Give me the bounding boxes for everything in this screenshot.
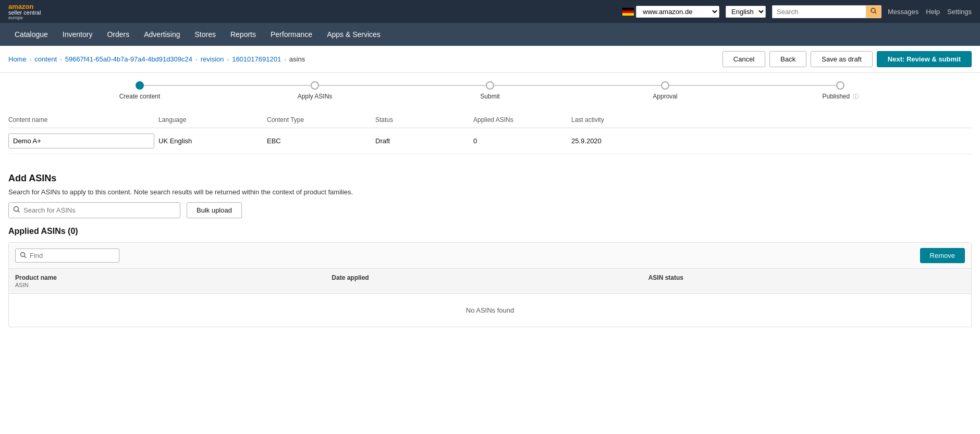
breadcrumb-sep-3: › bbox=[227, 56, 229, 63]
applied-asins-title: Applied ASINs (0) bbox=[8, 227, 972, 236]
top-links: Messages Help Settings bbox=[888, 8, 972, 16]
step-approval: Approval bbox=[578, 81, 753, 100]
add-asins-title: Add ASINs bbox=[8, 173, 972, 184]
content-applied-asins: 0 bbox=[473, 137, 567, 145]
bulk-upload-button[interactable]: Bulk upload bbox=[187, 202, 242, 218]
back-button[interactable]: Back bbox=[769, 51, 806, 67]
logo-area: amazon seller central europe bbox=[8, 3, 41, 20]
svg-point-0 bbox=[871, 8, 875, 13]
logo-seller-text: seller central bbox=[8, 10, 41, 16]
breadcrumb-current: asins bbox=[289, 55, 305, 63]
breadcrumb-revision[interactable]: revision bbox=[201, 55, 224, 63]
breadcrumb-sep-1: › bbox=[60, 56, 62, 63]
breadcrumb-sep-4: › bbox=[284, 56, 286, 63]
content-language: UK English bbox=[158, 137, 263, 145]
step-published: Published ⓘ bbox=[753, 81, 928, 101]
content-table-row: UK English EBC Draft 0 25.9.2020 bbox=[8, 128, 972, 154]
asin-search-row: Bulk upload bbox=[8, 202, 972, 218]
logo-amazon-text: amazon bbox=[8, 3, 41, 10]
col-header-status: Status bbox=[375, 116, 469, 123]
svg-point-4 bbox=[21, 252, 25, 256]
nav-apps-services[interactable]: Apps & Services bbox=[321, 25, 387, 44]
top-bar: amazon seller central europe www.amazon.… bbox=[0, 0, 980, 23]
next-button[interactable]: Next: Review & submit bbox=[877, 51, 972, 67]
content-type: EBC bbox=[267, 137, 371, 145]
svg-point-2 bbox=[14, 207, 19, 212]
nav-catalogue[interactable]: Catalogue bbox=[8, 25, 54, 44]
help-link[interactable]: Help bbox=[926, 8, 940, 16]
nav-reports[interactable]: Reports bbox=[224, 25, 262, 44]
amazon-logo: amazon seller central europe bbox=[8, 3, 41, 20]
step-label-1: Create content bbox=[119, 93, 161, 100]
search-input[interactable] bbox=[772, 5, 866, 18]
nav-performance[interactable]: Performance bbox=[264, 25, 318, 44]
step-dot-2 bbox=[311, 81, 319, 90]
de-flag-icon bbox=[622, 8, 634, 16]
logo-europe-text: europe bbox=[8, 16, 41, 20]
col-date-applied-label: Date applied bbox=[332, 274, 648, 281]
breadcrumb-timestamp[interactable]: 1601017691201 bbox=[232, 55, 281, 63]
settings-link[interactable]: Settings bbox=[947, 8, 972, 16]
table-column-headers: Product name ASIN Date applied ASIN stat… bbox=[9, 269, 971, 294]
content-table-section: Content name Language Content Type Statu… bbox=[0, 109, 980, 165]
add-asins-description: Search for ASINs to apply to this conten… bbox=[8, 188, 972, 196]
find-icon bbox=[20, 252, 30, 260]
col-asin-status-label: ASIN status bbox=[648, 274, 965, 281]
nav-advertising[interactable]: Advertising bbox=[138, 25, 186, 44]
step-label-3: Submit bbox=[480, 93, 499, 100]
find-input[interactable] bbox=[30, 249, 115, 262]
breadcrumb-id[interactable]: 59667f41-65a0-4b7a-97a4-4bd91d309c24 bbox=[65, 55, 192, 63]
col-header-applied: Applied ASINs bbox=[473, 116, 567, 123]
asin-search-input[interactable] bbox=[23, 203, 176, 218]
save-draft-button[interactable]: Save as draft bbox=[811, 51, 873, 67]
content-table-headers: Content name Language Content Type Statu… bbox=[8, 114, 972, 128]
col-header-name: Content name bbox=[8, 116, 154, 123]
language-dropdown[interactable]: English bbox=[726, 6, 766, 18]
messages-link[interactable]: Messages bbox=[888, 8, 918, 16]
breadcrumb-home[interactable]: Home bbox=[8, 55, 27, 63]
step-label-4: Approval bbox=[653, 93, 677, 100]
content-status: Draft bbox=[375, 137, 469, 145]
nav-orders[interactable]: Orders bbox=[101, 25, 136, 44]
step-submit: Submit bbox=[402, 81, 578, 100]
breadcrumb-sep-2: › bbox=[195, 56, 198, 63]
col-header-language: Language bbox=[158, 116, 263, 123]
language-selector[interactable]: www.amazon.de bbox=[622, 6, 719, 18]
step-label-5: Published ⓘ bbox=[822, 93, 858, 101]
col-date-applied: Date applied bbox=[332, 274, 648, 288]
progress-steps: Create content Apply ASINs Submit Approv… bbox=[0, 73, 980, 109]
step-label-2: Apply ASINs bbox=[298, 93, 333, 100]
table-empty-message: No ASINs found bbox=[9, 294, 971, 327]
step-create-content: Create content bbox=[52, 81, 227, 100]
asin-search-icon bbox=[13, 206, 20, 215]
find-input-wrapper[interactable] bbox=[15, 249, 119, 263]
content-name-input[interactable] bbox=[8, 133, 154, 148]
cancel-button[interactable]: Cancel bbox=[722, 51, 765, 67]
search-bar[interactable] bbox=[772, 5, 881, 18]
nav-stores[interactable]: Stores bbox=[188, 25, 222, 44]
breadcrumb-bar: Home › content › 59667f41-65a0-4b7a-97a4… bbox=[0, 46, 980, 73]
col-asin-status: ASIN status bbox=[648, 274, 965, 288]
nav-inventory[interactable]: Inventory bbox=[56, 25, 99, 44]
top-right-area: www.amazon.de English Messages Help Sett… bbox=[622, 5, 972, 18]
asin-search-wrapper[interactable] bbox=[8, 202, 180, 218]
applied-asins-table: Remove Product name ASIN Date applied AS… bbox=[8, 242, 972, 327]
breadcrumb-content[interactable]: content bbox=[34, 55, 57, 63]
breadcrumb-sep-0: › bbox=[30, 56, 32, 63]
domain-dropdown[interactable]: www.amazon.de bbox=[636, 6, 719, 18]
step-dot-5 bbox=[836, 81, 844, 90]
col-product-name-label: Product name bbox=[15, 274, 332, 281]
col-header-type: Content Type bbox=[267, 116, 371, 123]
col-header-activity: Last activity bbox=[571, 116, 665, 123]
step-dot-3 bbox=[486, 81, 494, 90]
action-buttons: Cancel Back Save as draft Next: Review &… bbox=[722, 51, 972, 67]
svg-line-3 bbox=[18, 211, 20, 213]
step-apply-asins: Apply ASINs bbox=[227, 81, 402, 100]
breadcrumb: Home › content › 59667f41-65a0-4b7a-97a4… bbox=[8, 55, 305, 63]
svg-line-1 bbox=[875, 12, 877, 14]
nav-bar: Catalogue Inventory Orders Advertising S… bbox=[0, 23, 980, 46]
search-button[interactable] bbox=[866, 5, 881, 18]
remove-button[interactable]: Remove bbox=[920, 248, 965, 263]
col-product-name-sub: ASIN bbox=[15, 282, 332, 288]
published-info-icon: ⓘ bbox=[853, 93, 859, 100]
